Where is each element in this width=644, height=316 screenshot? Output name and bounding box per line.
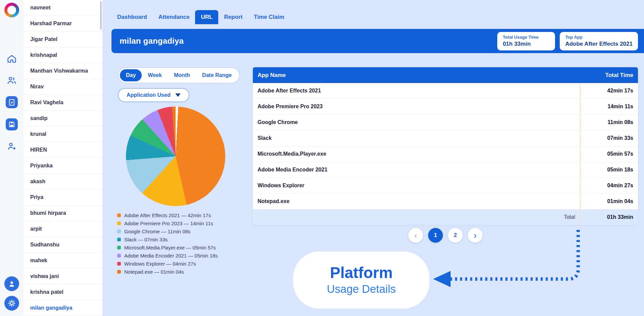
employee-item[interactable]: HIREN bbox=[24, 142, 102, 158]
column-header-app-name: App Name bbox=[253, 72, 580, 79]
home-icon bbox=[7, 54, 17, 64]
legend-dot bbox=[117, 254, 121, 258]
application-used-label: Application Used bbox=[127, 92, 171, 98]
employee-item[interactable]: Jigar Patel bbox=[24, 32, 102, 47]
employee-item[interactable]: milan gangadiya bbox=[24, 300, 102, 316]
period-month[interactable]: Month bbox=[168, 69, 196, 81]
sidebar-item-add-user[interactable] bbox=[6, 141, 17, 152]
legend-item: Adobe Premiere Pro 2023 — 14min 11s bbox=[117, 221, 218, 226]
employee-item[interactable]: navneet bbox=[24, 0, 102, 16]
next-page-button[interactable]: › bbox=[468, 228, 482, 243]
filters: DayWeekMonthDate Range Application Used bbox=[118, 67, 240, 102]
legend-label: Notepad.exe — 01min 04s bbox=[124, 269, 184, 275]
legend-item: Windows Explorer — 04min 27s bbox=[117, 261, 218, 267]
table-total-label: Total bbox=[253, 209, 580, 225]
employee-list: navneetHarshad ParmarJigar Patelkrishnap… bbox=[24, 0, 102, 316]
usage-pie-chart[interactable] bbox=[126, 107, 225, 206]
stat-value: Adobe After Effects 2021 bbox=[565, 41, 633, 47]
sidebar-item-storage[interactable] bbox=[6, 118, 18, 130]
period-toggle: DayWeekMonthDate Range bbox=[118, 67, 240, 83]
table-row[interactable]: Adobe After Effects 202142min 17s bbox=[253, 83, 638, 99]
tab-report[interactable]: Report bbox=[218, 10, 248, 24]
tab-url[interactable]: URL bbox=[195, 10, 218, 24]
table-cell-total-time: 11min 08s bbox=[580, 115, 638, 130]
column-header-total-time: Total Time bbox=[580, 72, 638, 79]
table-row[interactable]: Adobe Media Encoder 202105min 18s bbox=[253, 162, 638, 178]
table-cell-total-time: 14min 11s bbox=[580, 99, 638, 114]
legend-item: Adobe Media Encoder 2021 — 05min 18s bbox=[117, 253, 218, 259]
period-date-range[interactable]: Date Range bbox=[196, 69, 238, 81]
employee-item[interactable]: Priyanka bbox=[24, 158, 102, 174]
employee-item[interactable]: Ravi Vaghela bbox=[24, 95, 102, 111]
table-row[interactable]: Microsoft.Media.Player.exe05min 57s bbox=[253, 146, 638, 162]
legend-label: Adobe Premiere Pro 2023 — 14min 11s bbox=[124, 221, 213, 226]
save-disk-icon bbox=[8, 120, 16, 128]
period-day[interactable]: Day bbox=[120, 69, 142, 81]
tab-attendance[interactable]: Attendance bbox=[153, 10, 195, 24]
legend-dot bbox=[117, 230, 121, 233]
employee-item[interactable]: arpit bbox=[24, 221, 102, 237]
table-row[interactable]: Windows Explorer04min 27s bbox=[253, 178, 638, 194]
legend-item: Microsoft.Media.Player.exe — 05min 57s bbox=[117, 245, 218, 250]
tab-dashboard[interactable]: Dashboard bbox=[111, 10, 153, 24]
table-cell-app-name: Adobe Media Encoder 2021 bbox=[253, 162, 580, 177]
legend-dot bbox=[117, 213, 121, 217]
table-cell-app-name: Adobe Premiere Pro 2023 bbox=[253, 99, 580, 114]
legend-item: Notepad.exe — 01min 04s bbox=[117, 269, 218, 275]
table-cell-total-time: 05min 57s bbox=[580, 146, 638, 162]
stat-card: Top AppAdobe After Effects 2021 bbox=[560, 32, 638, 50]
employee-item[interactable]: akash bbox=[24, 174, 102, 190]
employee-item[interactable]: Manthan Vishwakarma bbox=[24, 63, 102, 79]
employee-item[interactable]: Nirav bbox=[24, 79, 102, 95]
tab-bar: DashboardAttendanceURLReportTime Claim bbox=[111, 10, 290, 24]
legend-label: Microsoft.Media.Player.exe — 05min 57s bbox=[124, 245, 216, 250]
employee-header: milan gangadiya Total Usage Time01h 33mi… bbox=[111, 29, 644, 53]
application-used-dropdown[interactable]: Application Used bbox=[118, 88, 189, 102]
employee-item[interactable]: Sudhanshu bbox=[24, 237, 102, 253]
stat-value: 01h 33min bbox=[503, 41, 550, 47]
employee-item[interactable]: vishwa jani bbox=[24, 269, 102, 284]
pagination: ‹12› bbox=[253, 228, 638, 243]
table-row[interactable]: Notepad.exe01min 04s bbox=[253, 194, 638, 209]
table-row[interactable]: Google Chrome11min 08s bbox=[253, 115, 638, 130]
legend-label: Adobe Media Encoder 2021 — 05min 18s bbox=[124, 253, 218, 259]
profile-button[interactable] bbox=[4, 276, 19, 291]
employee-item[interactable]: krunal bbox=[24, 126, 102, 142]
table-cell-total-time: 07min 33s bbox=[580, 130, 638, 146]
employee-item[interactable]: Priya bbox=[24, 190, 102, 205]
sidebar-item-employees[interactable] bbox=[6, 75, 17, 86]
sidebar-item-home[interactable] bbox=[6, 53, 17, 65]
employee-item[interactable]: bhumi hirpara bbox=[24, 205, 102, 221]
legend-item: Adobe After Effects 2021 — 42min 17s bbox=[117, 212, 218, 218]
table-cell-total-time: 05min 18s bbox=[580, 162, 638, 177]
employee-item[interactable]: krishna patel bbox=[24, 284, 102, 300]
employee-item[interactable]: Harshad Parmar bbox=[24, 16, 102, 32]
callout-title: Platform bbox=[330, 265, 393, 281]
period-week[interactable]: Week bbox=[142, 69, 168, 81]
legend-label: Adobe After Effects 2021 — 42min 17s bbox=[124, 212, 211, 218]
table-cell-app-name: Slack bbox=[253, 130, 580, 146]
page-button-1[interactable]: 1 bbox=[428, 228, 443, 243]
table-cell-total-time: 01min 04s bbox=[580, 194, 638, 209]
add-user-icon bbox=[7, 141, 17, 151]
settings-button[interactable] bbox=[4, 296, 19, 311]
chevron-down-icon bbox=[175, 93, 181, 97]
table-cell-app-name: Adobe After Effects 2021 bbox=[253, 83, 580, 98]
employee-item[interactable]: krishnapal bbox=[24, 47, 102, 63]
employee-list-scrollbar[interactable] bbox=[100, 1, 102, 30]
legend-dot bbox=[117, 238, 121, 241]
table-row[interactable]: Adobe Premiere Pro 202314min 11s bbox=[253, 99, 638, 115]
employee-item[interactable]: mahek bbox=[24, 253, 102, 269]
app-logo[interactable] bbox=[4, 3, 19, 17]
tab-time-claim[interactable]: Time Claim bbox=[248, 10, 290, 24]
prev-page-button[interactable]: ‹ bbox=[408, 228, 423, 243]
employee-item[interactable]: sandip bbox=[24, 111, 102, 126]
gear-icon bbox=[7, 299, 16, 308]
table-row[interactable]: Slack07min 33s bbox=[253, 130, 638, 146]
legend-dot bbox=[117, 246, 121, 249]
page-button-2[interactable]: 2 bbox=[448, 228, 463, 243]
sidebar-item-reports[interactable] bbox=[6, 96, 18, 108]
table-body: Adobe After Effects 202142min 17sAdobe P… bbox=[253, 83, 638, 209]
table-cell-app-name: Microsoft.Media.Player.exe bbox=[253, 146, 580, 162]
table-cell-app-name: Windows Explorer bbox=[253, 178, 580, 193]
